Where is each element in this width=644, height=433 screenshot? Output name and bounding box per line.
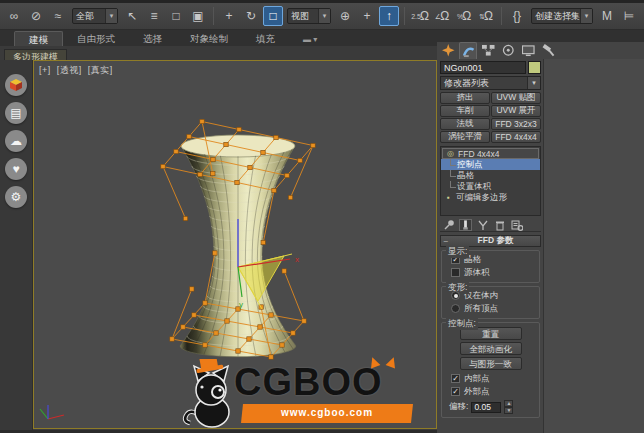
- named-selection-sets-dropdown-value: 创建选择集: [532, 10, 580, 23]
- edit-named-selection-sets-icon[interactable]: {}: [507, 6, 527, 26]
- toolbar-separator: [213, 7, 214, 25]
- make-unique-icon[interactable]: [476, 219, 489, 231]
- svg-text:y: y: [239, 300, 243, 309]
- deform-group: 变形: 仅在体内所有顶点: [441, 286, 540, 319]
- select-and-move-icon[interactable]: +: [219, 6, 239, 26]
- settings-gear-icon[interactable]: ⚙: [5, 186, 27, 208]
- tab-motion[interactable]: [499, 42, 517, 59]
- ribbon-tab-2[interactable]: 自由形式: [63, 31, 129, 46]
- tab-utilities[interactable]: [539, 42, 557, 59]
- tab-create[interactable]: [439, 42, 457, 59]
- align-icon[interactable]: ⊨: [619, 6, 639, 26]
- control-points-button[interactable]: 与图形一致: [460, 357, 522, 370]
- control-points-checkbox[interactable]: ✓外部点: [451, 385, 536, 398]
- select-and-link-icon[interactable]: ∞: [4, 6, 24, 26]
- pin-stack-icon[interactable]: [442, 219, 455, 231]
- modifier-list-dropdown[interactable]: 修改器列表 ▾: [440, 76, 541, 90]
- select-and-manipulate-icon[interactable]: +: [357, 6, 377, 26]
- option-label: 内部点: [464, 373, 490, 385]
- modifier-button[interactable]: FFD 4x4x4: [491, 131, 541, 143]
- offset-spinner[interactable]: ▲▼: [504, 400, 513, 414]
- viewport-shading-label[interactable]: [真实]: [88, 65, 113, 75]
- window-crossing-toggle-icon[interactable]: ▣: [188, 6, 208, 26]
- modifier-button[interactable]: 涡轮平滑: [440, 131, 490, 143]
- selection-filter-dropdown[interactable]: 全部▾: [72, 8, 118, 24]
- option-label: 外部点: [464, 386, 490, 398]
- named-selection-sets-dropdown[interactable]: 创建选择集▾: [531, 8, 593, 24]
- select-by-name-icon[interactable]: ≡: [144, 6, 164, 26]
- perspective-viewport[interactable]: xy [+] [透视] [真实] CGBOO www.cgboo.com: [33, 60, 437, 429]
- stack-item[interactable]: ◎FFD 4x4x4: [442, 148, 539, 159]
- spinner-snap-toggle-icon[interactable]: ⇅Ω: [476, 6, 496, 26]
- modify-panel-column: NGon001 修改器列表 ▾ 挤出UVW 贴图车削UVW 展开法线FFD 3x…: [440, 61, 541, 433]
- toolbar-separator: [501, 7, 502, 25]
- tab-display[interactable]: [519, 42, 537, 59]
- object-icon: ▪: [444, 193, 453, 202]
- command-panel: NGon001 修改器列表 ▾ 挤出UVW 贴图车削UVW 展开法线FFD 3x…: [437, 42, 644, 433]
- command-panel-tabs: [439, 42, 557, 59]
- cloud-icon[interactable]: ☁: [5, 130, 27, 152]
- snap-toggle-2_5d-icon[interactable]: 2.5Ω: [410, 6, 430, 26]
- bulb-icon: ◎: [446, 149, 455, 158]
- ribbon-tab-3[interactable]: 选择: [129, 31, 176, 46]
- modifier-button[interactable]: UVW 贴图: [491, 92, 541, 104]
- control-points-button[interactable]: 全部动画化: [460, 342, 522, 355]
- 3dsmax-window: ∞⊘≈全部▾↖≡□▣+↻□视图▾⊕+↑2.5Ω∠Ω%Ω⇅Ω{}创建选择集▾M⊨▥…: [0, 0, 644, 433]
- modifier-button[interactable]: 车削: [440, 105, 490, 117]
- modifier-stack: ◎FFD 4x4x4控制点晶格设置体积▪可编辑多边形: [440, 146, 541, 216]
- ribbon-minimize-icon[interactable]: ▬ ▾: [299, 33, 321, 46]
- ribbon-subtab-row: 多边形建模: [0, 46, 437, 60]
- use-pivot-point-center-icon[interactable]: ⊕: [335, 6, 355, 26]
- ribbon-tab-1[interactable]: 建模: [14, 31, 63, 46]
- rectangular-selection-region-icon[interactable]: □: [166, 6, 186, 26]
- selection-filter-dropdown-value: 全部: [73, 10, 105, 23]
- object-name-field[interactable]: NGon001: [440, 61, 526, 74]
- tab-hierarchy[interactable]: [479, 42, 497, 59]
- control-points-group-label: 控制点:: [446, 318, 478, 330]
- modifier-button[interactable]: 法线: [440, 118, 490, 130]
- select-object-icon[interactable]: ↖: [122, 6, 142, 26]
- modifier-list-label: 修改器列表: [441, 77, 527, 90]
- deform-radio[interactable]: 所有顶点: [451, 302, 536, 315]
- object-color-swatch[interactable]: [528, 61, 541, 74]
- watermark-title: CGBOO: [234, 361, 383, 404]
- percent-snap-toggle-icon[interactable]: %Ω: [454, 6, 474, 26]
- cgboo-cube-icon[interactable]: [5, 74, 27, 96]
- stack-item[interactable]: 设置体积: [441, 181, 540, 192]
- favorites-heart-icon[interactable]: ♥: [5, 158, 27, 180]
- viewport-menu-plus[interactable]: [+]: [39, 65, 51, 75]
- document-icon[interactable]: ▤: [5, 102, 27, 124]
- offset-value-field[interactable]: 0.05: [471, 402, 501, 413]
- ribbon-tab-5[interactable]: 填充: [242, 31, 289, 46]
- ribbon-tab-4[interactable]: 对象绘制: [176, 31, 242, 46]
- control-points-checkbox[interactable]: ✓内部点: [451, 372, 536, 385]
- tab-modify[interactable]: [459, 42, 477, 59]
- remove-modifier-icon[interactable]: [493, 219, 506, 231]
- control-points-group: 控制点: 重置全部动画化与图形一致 ✓内部点✓外部点 偏移: 0.05 ▲▼: [441, 322, 540, 418]
- modifier-button[interactable]: FFD 3x2x3: [491, 118, 541, 130]
- cgboo-watermark: CGBOO www.cgboo.com: [182, 359, 422, 429]
- angle-snap-toggle-icon[interactable]: ∠Ω: [432, 6, 452, 26]
- overlay-sidebar: ▤☁♥⚙: [0, 60, 33, 430]
- modifier-stack-toolbar: [440, 218, 541, 232]
- modifier-button[interactable]: UVW 展开: [491, 105, 541, 117]
- watermark-url: www.cgboo.com: [242, 407, 412, 418]
- mirror-icon[interactable]: M: [597, 6, 617, 26]
- configure-modifier-sets-icon[interactable]: [510, 219, 523, 231]
- checkbox-icon: ✓: [451, 387, 460, 396]
- stack-item[interactable]: ▪可编辑多边形: [441, 192, 540, 203]
- display-checkbox[interactable]: 源体积: [451, 266, 536, 279]
- unlink-selection-icon[interactable]: ⊘: [26, 6, 46, 26]
- modifier-button[interactable]: 挤出: [440, 92, 490, 104]
- stack-item[interactable]: 晶格: [441, 170, 540, 181]
- show-end-result-icon[interactable]: [459, 219, 472, 231]
- select-and-scale-icon[interactable]: □: [263, 6, 283, 26]
- keyboard-shortcut-override-icon[interactable]: ↑: [379, 6, 399, 26]
- world-axis-tripod: [40, 405, 64, 419]
- reference-coordinate-dropdown[interactable]: 视图▾: [287, 8, 331, 24]
- stack-item[interactable]: 控制点: [441, 159, 540, 170]
- viewport-pov-label[interactable]: [透视]: [57, 65, 82, 75]
- select-and-rotate-icon[interactable]: ↻: [241, 6, 261, 26]
- offset-label: 偏移:: [449, 401, 468, 413]
- bind-to-space-warp-icon[interactable]: ≈: [48, 6, 68, 26]
